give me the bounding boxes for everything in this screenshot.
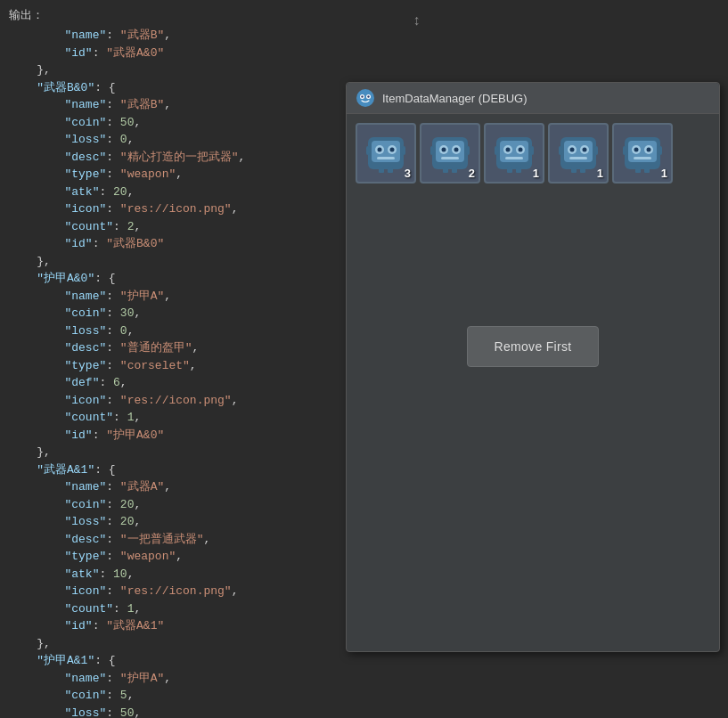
svg-point-31 <box>506 148 511 152</box>
debug-title: ItemDataManager (DEBUG) <box>382 92 528 105</box>
svg-rect-48 <box>580 167 585 173</box>
svg-rect-26 <box>452 167 457 173</box>
debug-window: ItemDataManager (DEBUG) 3 <box>346 82 720 652</box>
svg-rect-46 <box>594 146 598 155</box>
svg-rect-59 <box>644 167 650 173</box>
slot-3-count: 1 <box>533 167 539 180</box>
item-icon-5 <box>619 130 666 176</box>
item-slot-2[interactable]: 2 <box>420 123 480 184</box>
svg-rect-33 <box>505 157 523 159</box>
svg-rect-58 <box>635 167 641 173</box>
svg-rect-55 <box>634 157 651 159</box>
output-label: 输出： <box>9 7 719 23</box>
svg-rect-22 <box>441 157 459 159</box>
svg-point-21 <box>454 148 459 152</box>
svg-point-3 <box>361 95 363 97</box>
svg-rect-37 <box>516 167 521 173</box>
debug-content: 3 2 <box>347 114 719 376</box>
svg-rect-57 <box>658 146 662 155</box>
svg-rect-23 <box>430 146 434 155</box>
resize-handle[interactable]: ↕ <box>413 13 421 29</box>
svg-rect-14 <box>379 167 384 173</box>
item-icon-2 <box>427 130 473 176</box>
svg-rect-45 <box>559 146 562 155</box>
svg-point-4 <box>367 95 369 97</box>
slot-1-count: 3 <box>405 167 411 180</box>
svg-rect-56 <box>623 146 626 155</box>
item-icon-3 <box>491 130 537 176</box>
svg-point-32 <box>519 148 523 152</box>
svg-rect-47 <box>571 167 577 173</box>
item-slot-4[interactable]: 1 <box>548 123 609 184</box>
svg-rect-25 <box>443 167 448 173</box>
svg-rect-13 <box>402 146 405 155</box>
item-slot-1[interactable]: 3 <box>356 123 416 184</box>
svg-rect-44 <box>569 157 587 159</box>
item-icon-4 <box>555 130 601 176</box>
debug-titlebar: ItemDataManager (DEBUG) <box>347 83 719 114</box>
svg-rect-35 <box>530 146 534 155</box>
svg-point-0 <box>356 89 374 107</box>
slot-2-count: 2 <box>469 167 475 180</box>
item-slot-5[interactable]: 1 <box>612 123 673 184</box>
svg-point-53 <box>634 148 639 152</box>
svg-point-42 <box>570 148 575 152</box>
slot-4-count: 1 <box>597 167 603 180</box>
svg-point-9 <box>378 148 382 152</box>
svg-point-20 <box>442 148 446 152</box>
svg-rect-12 <box>366 146 370 155</box>
svg-rect-15 <box>388 167 393 173</box>
svg-point-10 <box>390 148 395 152</box>
godot-icon <box>356 88 375 108</box>
svg-rect-34 <box>495 146 498 155</box>
svg-rect-11 <box>377 157 395 159</box>
item-slot-3[interactable]: 1 <box>484 123 544 184</box>
svg-point-43 <box>583 148 587 152</box>
svg-point-54 <box>647 148 651 152</box>
item-slots: 3 2 <box>356 123 710 184</box>
remove-first-button[interactable]: Remove First <box>467 326 600 367</box>
item-icon-1 <box>363 130 409 176</box>
svg-rect-24 <box>466 146 470 155</box>
svg-rect-36 <box>507 167 512 173</box>
slot-5-count: 1 <box>661 167 667 180</box>
